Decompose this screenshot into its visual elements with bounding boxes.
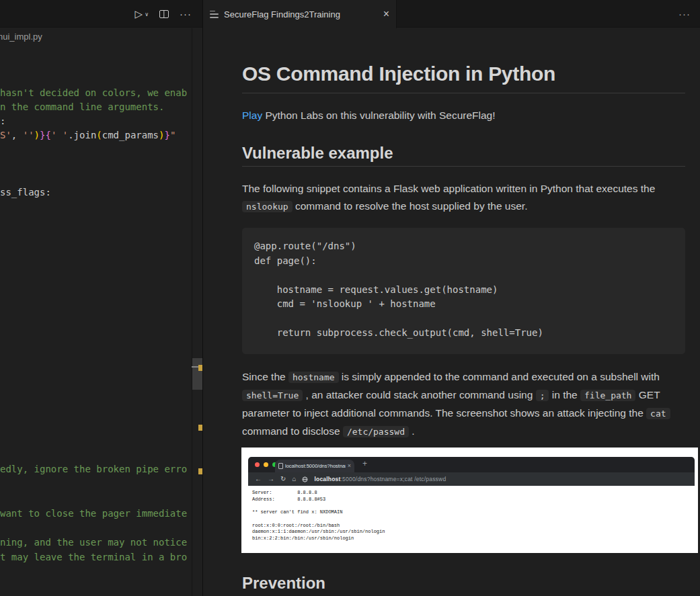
editor-toolbar: ▷ ∨ ··· <box>0 0 202 28</box>
traffic-light-minimize-icon <box>264 462 268 467</box>
code-line: edly, ignore the broken pipe erro <box>0 462 187 476</box>
paragraph: Since the hostname is simply appended to… <box>242 368 689 441</box>
document-icon <box>278 463 283 469</box>
code-line: n the command line arguments. <box>0 100 164 114</box>
preview-tab-bar: SecureFlag Findings2Training × ··· <box>203 0 700 28</box>
preview-editor-group: SecureFlag Findings2Training × ··· OS Co… <box>202 0 700 596</box>
code-block-content: @app.route("/dns") def page(): hostname … <box>254 239 673 341</box>
url-text: localhost:5000/dns?hostname=x;cat /etc/p… <box>314 476 446 482</box>
divider <box>242 166 685 167</box>
terminal-output: Server: 8.8.8.8 Address: 8.8.8.8#53 ** s… <box>252 490 385 542</box>
code-line: : <box>0 114 5 128</box>
left-editor-group: ▷ ∨ ··· nui_impl.py hasn't decided on co… <box>0 0 202 596</box>
run-button[interactable]: ▷ ∨ <box>135 9 149 19</box>
chevron-down-icon[interactable]: ∨ <box>145 12 149 17</box>
overview-ruler <box>192 28 202 596</box>
url-host: localhost <box>314 476 340 482</box>
section-heading-prevention: Prevention <box>242 572 325 594</box>
code-line: ss_flags: <box>0 185 51 200</box>
intro-paragraph: Play Python Labs on this vulnerability w… <box>242 107 689 124</box>
code-line: S', '')}{' '.join(cmd_params)}" <box>0 128 176 142</box>
run-icon[interactable]: ▷ <box>135 9 143 19</box>
browser-tab-close-icon: × <box>348 463 351 469</box>
browser-tab-title: localhost:5000/dns?hostname <box>285 463 346 469</box>
page-title: OS Command Injection in Python <box>242 61 687 87</box>
traffic-light-close-icon <box>255 462 260 467</box>
scrollbar-thumb[interactable] <box>192 358 202 390</box>
screenshot-image: localhost:5000/dns?hostname × + ← → ↻ ⌂ <box>241 448 698 553</box>
tab-title: SecureFlag Findings2Training <box>224 9 378 19</box>
code-line: hasn't decided on colors, we enab <box>0 86 187 100</box>
globe-icon <box>302 476 308 482</box>
paragraph: The following snippet contains a Flask w… <box>242 180 689 216</box>
more-actions-button[interactable]: ··· <box>678 8 691 19</box>
more-actions-button[interactable]: ··· <box>180 9 192 19</box>
breadcrumb-filename[interactable]: nui_impl.py <box>0 32 42 42</box>
nslookup-output: Server: 8.8.8.8 Address: 8.8.8.8#53 ** s… <box>252 490 385 542</box>
browser-tab-strip: localhost:5000/dns?hostname × + <box>248 457 695 472</box>
intro-text: Python Labs on this vulnerability with S… <box>262 110 495 121</box>
browser-nav-bar: ← → ↻ ⌂ localhost:5000/dns?hostname=x;ca… <box>248 472 695 486</box>
divider <box>242 93 685 93</box>
url-path: :5000/dns?hostname=x;cat /etc/passwd <box>341 476 446 482</box>
browser-tab: localhost:5000/dns?hostname × <box>275 460 354 472</box>
code-line: want to close the pager immediate <box>0 507 187 521</box>
editor-code-area[interactable]: hasn't decided on colors, we enab n the … <box>0 46 191 596</box>
markdown-preview-icon <box>210 11 219 18</box>
editor-toolbar-actions: ▷ ∨ ··· <box>135 0 192 28</box>
code-line: t may leave the terminal in a bro <box>0 550 187 564</box>
code-line: ning, and the user may not notice <box>0 536 187 550</box>
markdown-preview-pane[interactable]: OS Command Injection in Python Play Pyth… <box>203 28 700 596</box>
code-block: @app.route("/dns") def page(): hostname … <box>242 228 685 354</box>
browser-mock-window: localhost:5000/dns?hostname × + ← → ↻ ⌂ <box>248 457 695 486</box>
tab-close-icon[interactable]: × <box>383 9 389 19</box>
reload-icon: ↻ <box>280 476 286 482</box>
breadcrumb[interactable]: nui_impl.py <box>0 28 191 46</box>
split-editor-icon[interactable] <box>159 10 169 18</box>
tab-secureflag-preview[interactable]: SecureFlag Findings2Training × <box>203 0 397 28</box>
home-icon: ⌂ <box>292 476 296 482</box>
forward-icon: → <box>268 476 274 482</box>
vscode-window: ▷ ∨ ··· nui_impl.py hasn't decided on co… <box>0 0 700 596</box>
section-heading-vulnerable-example: Vulnerable example <box>242 142 393 164</box>
new-tab-icon: + <box>362 459 367 468</box>
back-icon: ← <box>255 476 262 482</box>
play-link[interactable]: Play <box>242 110 262 121</box>
